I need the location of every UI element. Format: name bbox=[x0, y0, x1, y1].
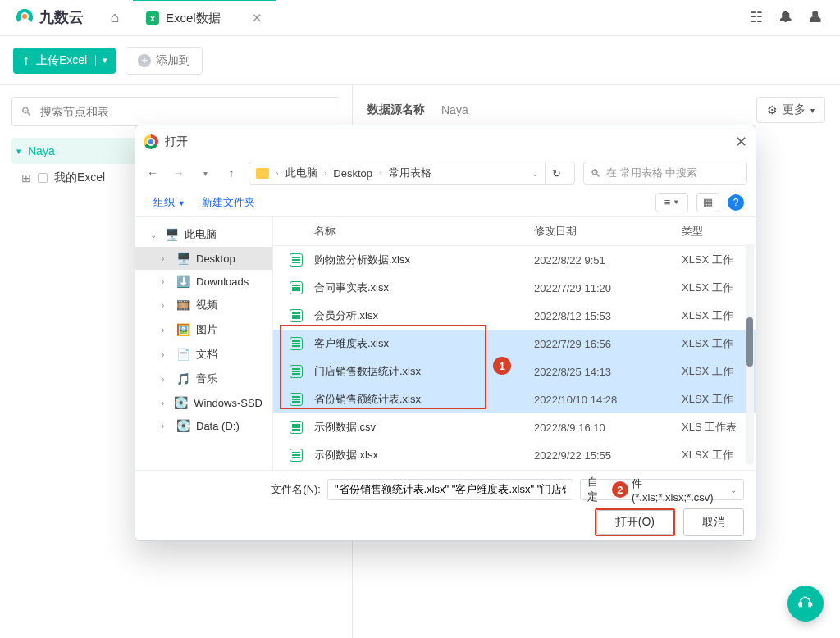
place-icon: ⬇️ bbox=[176, 275, 189, 288]
close-tab-icon[interactable]: ✕ bbox=[252, 11, 262, 25]
user-icon[interactable]: 👤︎ bbox=[801, 0, 830, 35]
brand-text: 九数云 bbox=[39, 7, 84, 27]
file-row[interactable]: 省份销售额统计表.xlsx2022/10/10 14:28XLSX 工作 bbox=[273, 385, 756, 413]
place-label: Windows-SSD bbox=[194, 397, 262, 409]
crumb-pc[interactable]: 此电脑 bbox=[285, 166, 317, 180]
breadcrumb-bar[interactable]: › 此电脑 › Desktop › 常用表格 ⌄ ↻ bbox=[249, 162, 575, 185]
file-open-dialog: 打开 ✕ ← → ▾ ↑ › 此电脑 › Desktop › 常用表格 ⌄ ↻ … bbox=[135, 125, 756, 541]
open-button[interactable]: 打开(O) bbox=[596, 510, 673, 535]
place-label: Data (D:) bbox=[196, 420, 240, 432]
file-row[interactable]: 会员分析.xlsx2022/8/12 15:53XLSX 工作 bbox=[273, 302, 756, 330]
bell-icon[interactable]: 🔔︎ bbox=[771, 0, 801, 35]
dialog-body: ⌄🖥️此电脑›🖥️Desktop›⬇️Downloads›🎞️视频›🖼️图片›📄… bbox=[135, 217, 756, 470]
file-name: 购物篮分析数据.xlsx bbox=[314, 253, 534, 267]
file-date: 2022/7/29 11:20 bbox=[534, 282, 682, 294]
file-row[interactable]: 合同事实表.xlsx2022/7/29 11:20XLSX 工作 bbox=[273, 274, 756, 302]
nav-back-icon[interactable]: ← bbox=[144, 166, 162, 180]
chevron-down-icon: ▾ bbox=[16, 146, 21, 157]
chevron-icon: › bbox=[162, 277, 170, 286]
viewmode-list-icon[interactable]: ≡ ▼ bbox=[655, 193, 688, 212]
chevron-down-icon[interactable]: ▾ bbox=[95, 55, 107, 66]
place-icon: 💽 bbox=[174, 396, 187, 409]
file-icon bbox=[290, 393, 306, 406]
chevron-down-icon[interactable]: ⌄ bbox=[532, 169, 538, 178]
help-icon[interactable]: ? bbox=[728, 194, 744, 211]
sidebar-search[interactable]: 🔍︎ bbox=[11, 97, 340, 126]
datasource-name: Naya bbox=[441, 103, 468, 116]
file-row[interactable]: 门店销售数据统计.xlsx2022/8/25 14:13XLSX 工作 bbox=[273, 358, 756, 385]
search-input[interactable] bbox=[39, 104, 331, 119]
file-icon bbox=[290, 365, 306, 378]
refresh-icon[interactable]: ↻ bbox=[545, 162, 568, 185]
file-header: 名称 修改日期 类型 bbox=[273, 217, 756, 246]
add-to-button[interactable]: + 添加到 bbox=[126, 47, 203, 75]
file-type: XLSX 工作 bbox=[682, 364, 756, 379]
crumb-folder[interactable]: 常用表格 bbox=[389, 166, 431, 180]
datasource-label: 数据源名称 bbox=[368, 103, 425, 117]
nav-up-icon[interactable]: ↑ bbox=[222, 166, 240, 180]
place-音乐[interactable]: ›🎵音乐 bbox=[135, 367, 272, 391]
close-icon[interactable]: ✕ bbox=[735, 133, 747, 151]
place-label: Desktop bbox=[196, 253, 235, 265]
search-icon: 🔍︎ bbox=[591, 167, 601, 180]
home-icon[interactable]: ⌂ bbox=[97, 0, 133, 35]
filename-input[interactable] bbox=[327, 479, 573, 500]
more-label: 更多 bbox=[783, 103, 806, 117]
place-label: 视频 bbox=[196, 298, 217, 312]
place-此电脑[interactable]: ⌄🖥️此电脑 bbox=[135, 222, 272, 247]
organize-menu[interactable]: 组织 ▼ bbox=[147, 192, 192, 213]
place-视频[interactable]: ›🎞️视频 bbox=[135, 293, 272, 317]
search-icon: 🔍︎ bbox=[21, 105, 32, 118]
place-windows-ssd[interactable]: ›💽Windows-SSD bbox=[135, 391, 272, 414]
place-label: Downloads bbox=[196, 276, 249, 288]
folder-icon bbox=[256, 168, 269, 179]
place-desktop[interactable]: ›🖥️Desktop bbox=[135, 247, 272, 270]
filetype-filter[interactable]: 自定 2 件 (*.xls;*.xlsx;*.csv) ⌄ bbox=[580, 479, 744, 500]
nav-recent-icon[interactable]: ▾ bbox=[196, 169, 214, 178]
file-icon bbox=[290, 281, 306, 294]
place-downloads[interactable]: ›⬇️Downloads bbox=[135, 270, 272, 293]
col-date[interactable]: 修改日期 bbox=[534, 224, 682, 239]
chevron-right-icon: › bbox=[379, 168, 382, 178]
place-data (d:)[interactable]: ›💽Data (D:) bbox=[135, 414, 272, 437]
expand-icon: ⊞ bbox=[21, 171, 31, 185]
file-row[interactable]: 示例数据.xlsx2022/9/22 15:55XLSX 工作 bbox=[273, 441, 756, 469]
more-button[interactable]: ⚙︎ 更多 ▾ bbox=[756, 97, 825, 123]
tree-label: 我的Excel bbox=[54, 171, 105, 185]
crumb-desktop[interactable]: Desktop bbox=[333, 167, 372, 180]
file-row[interactable]: 客户维度表.xlsx2022/7/29 16:56XLSX 工作 bbox=[273, 330, 756, 358]
chevron-icon: › bbox=[162, 422, 170, 431]
chat-fab[interactable]: 🎧︎ bbox=[788, 586, 824, 622]
file-icon bbox=[290, 309, 306, 322]
file-name: 合同事实表.xlsx bbox=[314, 280, 534, 295]
search-placeholder: 在 常用表格 中搜索 bbox=[606, 166, 697, 180]
file-type: XLSX 工作 bbox=[682, 392, 756, 407]
upload-label: 上传Excel bbox=[36, 53, 87, 68]
file-type: XLSX 工作 bbox=[682, 253, 756, 267]
scrollbar[interactable] bbox=[746, 244, 754, 465]
dialog-subbar: 组织 ▼ 新建文件夹 ≡ ▼ ▦ ? bbox=[135, 188, 756, 217]
add-to-label: 添加到 bbox=[156, 53, 190, 68]
file-row[interactable]: 示例数据.csv2022/8/9 16:10XLS 工作表 bbox=[273, 413, 756, 441]
dialog-search[interactable]: 🔍︎ 在 常用表格 中搜索 bbox=[583, 162, 747, 185]
cancel-button[interactable]: 取消 bbox=[683, 508, 744, 536]
new-folder-button[interactable]: 新建文件夹 bbox=[195, 192, 262, 213]
settings-icon[interactable]: ☷ bbox=[742, 0, 771, 35]
tab-excel-data[interactable]: x Excel数据 ✕ bbox=[133, 0, 276, 35]
place-文档[interactable]: ›📄文档 bbox=[135, 342, 272, 367]
app-toolbar: ⤒ 上传Excel ▾ + 添加到 bbox=[0, 36, 840, 85]
file-date: 2022/9/22 15:55 bbox=[534, 449, 682, 462]
chrome-icon bbox=[144, 134, 158, 149]
file-icon bbox=[290, 449, 306, 462]
upload-icon: ⤒ bbox=[21, 54, 31, 67]
upload-excel-button[interactable]: ⤒ 上传Excel ▾ bbox=[13, 48, 116, 74]
col-type[interactable]: 类型 bbox=[682, 224, 756, 239]
place-图片[interactable]: ›🖼️图片 bbox=[135, 317, 272, 342]
scroll-thumb[interactable] bbox=[746, 317, 753, 367]
file-type: XLSX 工作 bbox=[682, 448, 756, 463]
chevron-icon: › bbox=[162, 326, 170, 335]
col-name[interactable]: 名称 bbox=[273, 224, 534, 239]
viewmode-grid-icon[interactable]: ▦ bbox=[696, 193, 719, 212]
nav-forward-icon[interactable]: → bbox=[170, 166, 188, 180]
file-row[interactable]: 购物篮分析数据.xlsx2022/8/22 9:51XLSX 工作 bbox=[273, 246, 756, 274]
